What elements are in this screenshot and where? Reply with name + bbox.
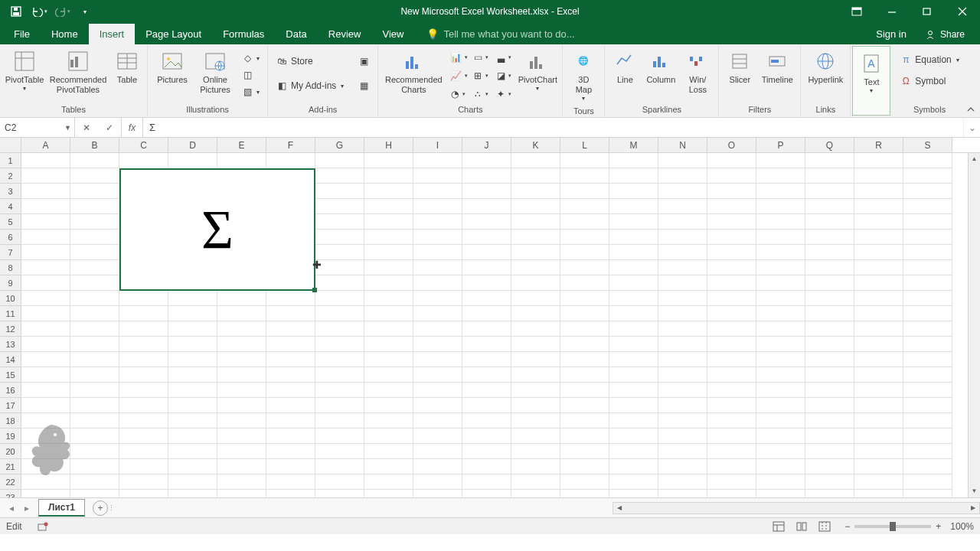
cell[interactable] xyxy=(70,490,119,497)
cell[interactable] xyxy=(511,352,560,367)
cell[interactable] xyxy=(364,337,413,352)
cell[interactable] xyxy=(609,184,658,199)
col-header[interactable]: H xyxy=(364,138,413,152)
cell[interactable] xyxy=(854,429,903,444)
cell[interactable] xyxy=(413,398,462,413)
cell[interactable] xyxy=(658,168,707,184)
cell[interactable] xyxy=(756,306,805,321)
col-header[interactable]: M xyxy=(609,138,658,152)
cell[interactable] xyxy=(119,398,168,413)
cell[interactable] xyxy=(364,474,413,490)
cell[interactable] xyxy=(805,474,854,490)
cell[interactable] xyxy=(903,276,952,291)
cell[interactable] xyxy=(511,214,560,230)
cell[interactable] xyxy=(413,214,462,230)
cell[interactable] xyxy=(560,199,609,214)
cell[interactable] xyxy=(903,214,952,230)
cell[interactable] xyxy=(266,214,315,230)
cell[interactable] xyxy=(119,490,168,497)
column-chart-button[interactable]: 📊▾ xyxy=(447,49,469,66)
cell[interactable] xyxy=(413,367,462,383)
cell[interactable] xyxy=(413,260,462,276)
cell[interactable] xyxy=(609,444,658,459)
cell[interactable] xyxy=(462,184,511,199)
cell[interactable] xyxy=(70,474,119,490)
scroll-right-button[interactable]: ▶ xyxy=(967,504,979,511)
cell[interactable] xyxy=(315,413,364,429)
cell[interactable] xyxy=(903,230,952,245)
cell[interactable] xyxy=(609,276,658,291)
cell[interactable] xyxy=(21,168,70,184)
zoom-slider[interactable] xyxy=(854,525,931,528)
cell[interactable] xyxy=(315,352,364,367)
cell[interactable] xyxy=(805,367,854,383)
row-header[interactable]: 10 xyxy=(0,291,21,306)
cell[interactable] xyxy=(413,459,462,474)
cell[interactable] xyxy=(462,383,511,398)
cell[interactable] xyxy=(266,245,315,260)
cell[interactable] xyxy=(462,352,511,367)
cell[interactable] xyxy=(903,352,952,367)
cell[interactable] xyxy=(119,321,168,337)
cell[interactable] xyxy=(217,260,266,276)
cell[interactable] xyxy=(364,398,413,413)
cell[interactable] xyxy=(364,199,413,214)
cell[interactable] xyxy=(805,199,854,214)
cell[interactable] xyxy=(707,459,756,474)
scroll-left-button[interactable]: ◀ xyxy=(613,504,626,511)
cell[interactable] xyxy=(707,230,756,245)
cell[interactable] xyxy=(903,260,952,276)
cell[interactable] xyxy=(756,260,805,276)
timeline-button[interactable]: Timeline xyxy=(759,47,795,86)
cell[interactable] xyxy=(707,260,756,276)
cell[interactable] xyxy=(364,230,413,245)
cell[interactable] xyxy=(217,214,266,230)
cell[interactable] xyxy=(168,398,217,413)
horizontal-scrollbar[interactable]: ◀ ▶ xyxy=(612,502,980,514)
cell[interactable] xyxy=(119,153,168,168)
cell[interactable] xyxy=(70,337,119,352)
cell[interactable] xyxy=(756,383,805,398)
cell[interactable] xyxy=(364,490,413,497)
cell[interactable] xyxy=(21,367,70,383)
cell[interactable] xyxy=(119,168,168,184)
cell[interactable] xyxy=(511,168,560,184)
cell[interactable] xyxy=(903,367,952,383)
cell[interactable] xyxy=(707,199,756,214)
cell[interactable] xyxy=(70,383,119,398)
cell[interactable] xyxy=(609,321,658,337)
cell[interactable] xyxy=(609,352,658,367)
cell[interactable] xyxy=(511,337,560,352)
cell[interactable] xyxy=(756,429,805,444)
cell[interactable] xyxy=(511,383,560,398)
my-addins-button[interactable]: ◧My Add-ins▾ xyxy=(273,78,347,93)
cell[interactable] xyxy=(707,429,756,444)
cell[interactable] xyxy=(315,199,364,214)
cell[interactable] xyxy=(364,184,413,199)
cell[interactable] xyxy=(70,184,119,199)
cell[interactable] xyxy=(266,199,315,214)
cell[interactable] xyxy=(21,291,70,306)
cell[interactable] xyxy=(756,214,805,230)
cell[interactable] xyxy=(756,490,805,497)
cell[interactable] xyxy=(266,168,315,184)
cell[interactable] xyxy=(756,168,805,184)
cell[interactable] xyxy=(560,291,609,306)
cell[interactable] xyxy=(364,306,413,321)
cell[interactable] xyxy=(609,398,658,413)
vertical-scrollbar[interactable]: ▲ ▼ xyxy=(968,153,980,497)
row-header[interactable]: 8 xyxy=(0,260,21,276)
slicer-button[interactable]: Slicer xyxy=(724,47,756,86)
row-header[interactable]: 21 xyxy=(0,459,21,474)
zoom-out-button[interactable]: − xyxy=(844,521,850,532)
smartart-button[interactable]: ◫ xyxy=(238,67,263,83)
cell[interactable] xyxy=(854,321,903,337)
cell[interactable] xyxy=(854,153,903,168)
cell[interactable] xyxy=(560,153,609,168)
cell[interactable] xyxy=(707,153,756,168)
cell[interactable] xyxy=(756,245,805,260)
scroll-up-button[interactable]: ▲ xyxy=(969,153,980,165)
cell[interactable] xyxy=(462,260,511,276)
row-header[interactable]: 19 xyxy=(0,429,21,444)
cell[interactable] xyxy=(70,199,119,214)
